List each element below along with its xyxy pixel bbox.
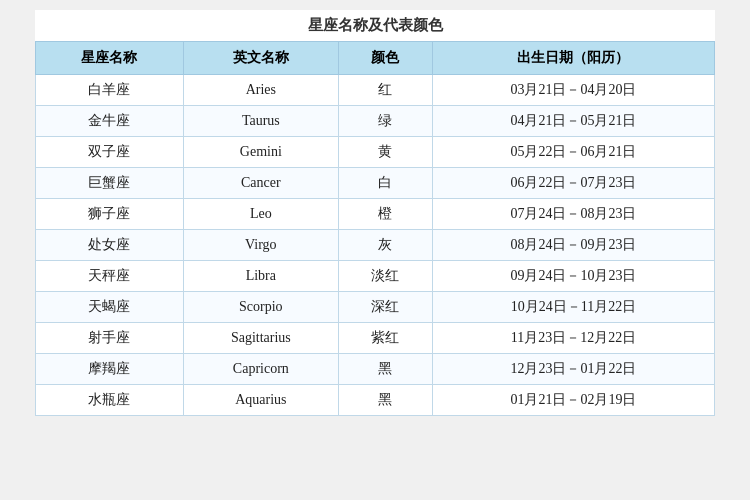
- cell-zh: 天秤座: [36, 261, 184, 292]
- cell-zh: 天蝎座: [36, 292, 184, 323]
- cell-zh: 巨蟹座: [36, 168, 184, 199]
- cell-en: Sagittarius: [183, 323, 338, 354]
- cell-en: Gemini: [183, 137, 338, 168]
- col-header-zh: 星座名称: [36, 42, 184, 75]
- cell-en: Cancer: [183, 168, 338, 199]
- cell-zh: 处女座: [36, 230, 184, 261]
- cell-en: Aries: [183, 75, 338, 106]
- cell-color: 黑: [338, 354, 432, 385]
- table-row: 双子座Gemini黄05月22日－06月21日: [36, 137, 715, 168]
- cell-date: 12月23日－01月22日: [432, 354, 714, 385]
- col-header-en: 英文名称: [183, 42, 338, 75]
- table-row: 天蝎座Scorpio深红10月24日－11月22日: [36, 292, 715, 323]
- cell-zh: 双子座: [36, 137, 184, 168]
- cell-date: 09月24日－10月23日: [432, 261, 714, 292]
- cell-zh: 金牛座: [36, 106, 184, 137]
- cell-color: 黄: [338, 137, 432, 168]
- cell-date: 03月21日－04月20日: [432, 75, 714, 106]
- table-row: 巨蟹座Cancer白06月22日－07月23日: [36, 168, 715, 199]
- table-row: 射手座Sagittarius紫红11月23日－12月22日: [36, 323, 715, 354]
- cell-color: 绿: [338, 106, 432, 137]
- cell-en: Taurus: [183, 106, 338, 137]
- cell-date: 05月22日－06月21日: [432, 137, 714, 168]
- cell-zh: 摩羯座: [36, 354, 184, 385]
- cell-zh: 射手座: [36, 323, 184, 354]
- cell-en: Leo: [183, 199, 338, 230]
- cell-color: 橙: [338, 199, 432, 230]
- cell-zh: 白羊座: [36, 75, 184, 106]
- zodiac-table: 星座名称 英文名称 颜色 出生日期（阳历） 白羊座Aries红03月21日－04…: [35, 41, 715, 416]
- table-row: 天秤座Libra淡红09月24日－10月23日: [36, 261, 715, 292]
- cell-date: 08月24日－09月23日: [432, 230, 714, 261]
- table-row: 处女座Virgo灰08月24日－09月23日: [36, 230, 715, 261]
- cell-date: 04月21日－05月21日: [432, 106, 714, 137]
- col-header-date: 出生日期（阳历）: [432, 42, 714, 75]
- cell-zh: 狮子座: [36, 199, 184, 230]
- page-title: 星座名称及代表颜色: [35, 10, 715, 41]
- cell-en: Libra: [183, 261, 338, 292]
- cell-en: Aquarius: [183, 385, 338, 416]
- table-row: 金牛座Taurus绿04月21日－05月21日: [36, 106, 715, 137]
- cell-zh: 水瓶座: [36, 385, 184, 416]
- table-row: 水瓶座Aquarius黑01月21日－02月19日: [36, 385, 715, 416]
- table-header-row: 星座名称 英文名称 颜色 出生日期（阳历）: [36, 42, 715, 75]
- cell-date: 10月24日－11月22日: [432, 292, 714, 323]
- main-container: 星座名称及代表颜色 星座名称 英文名称 颜色 出生日期（阳历） 白羊座Aries…: [35, 10, 715, 416]
- cell-color: 紫红: [338, 323, 432, 354]
- cell-color: 黑: [338, 385, 432, 416]
- cell-en: Capricorn: [183, 354, 338, 385]
- cell-color: 深红: [338, 292, 432, 323]
- cell-date: 06月22日－07月23日: [432, 168, 714, 199]
- cell-date: 07月24日－08月23日: [432, 199, 714, 230]
- cell-date: 01月21日－02月19日: [432, 385, 714, 416]
- cell-color: 红: [338, 75, 432, 106]
- cell-color: 白: [338, 168, 432, 199]
- table-row: 摩羯座Capricorn黑12月23日－01月22日: [36, 354, 715, 385]
- cell-en: Virgo: [183, 230, 338, 261]
- table-row: 狮子座Leo橙07月24日－08月23日: [36, 199, 715, 230]
- table-row: 白羊座Aries红03月21日－04月20日: [36, 75, 715, 106]
- cell-color: 灰: [338, 230, 432, 261]
- cell-en: Scorpio: [183, 292, 338, 323]
- col-header-color: 颜色: [338, 42, 432, 75]
- cell-date: 11月23日－12月22日: [432, 323, 714, 354]
- cell-color: 淡红: [338, 261, 432, 292]
